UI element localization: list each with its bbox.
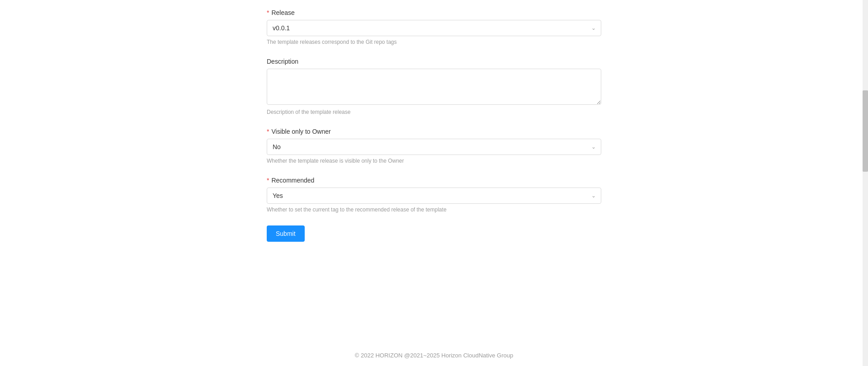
release-label: * Release bbox=[267, 9, 601, 16]
recommended-select[interactable]: Yes No bbox=[267, 188, 601, 204]
release-field: * Release v0.0.1 v0.0.2 v0.1.0 ⌄ The tem… bbox=[267, 9, 601, 45]
page-container: * Release v0.0.1 v0.0.2 v0.1.0 ⌄ The tem… bbox=[0, 0, 868, 366]
recommended-label: * Recommended bbox=[267, 177, 601, 184]
description-label: Description bbox=[267, 58, 601, 65]
release-label-text: Release bbox=[271, 9, 294, 16]
submit-field: Submit bbox=[267, 225, 601, 242]
scrollbar[interactable] bbox=[863, 0, 868, 366]
release-hint: The template releases correspond to the … bbox=[267, 39, 601, 45]
recommended-field: * Recommended Yes No ⌄ Whether to set th… bbox=[267, 177, 601, 213]
visible-owner-required-star: * bbox=[267, 128, 269, 135]
visible-owner-label: * Visible only to Owner bbox=[267, 128, 601, 135]
description-textarea[interactable] bbox=[267, 69, 601, 105]
recommended-hint: Whether to set the current tag to the re… bbox=[267, 206, 601, 213]
description-label-text: Description bbox=[267, 58, 298, 65]
footer: © 2022 HORIZON @2021~2025 Horizon CloudN… bbox=[0, 343, 868, 366]
release-select-wrapper: v0.0.1 v0.0.2 v0.1.0 ⌄ bbox=[267, 20, 601, 36]
visible-owner-field: * Visible only to Owner No Yes ⌄ Whether… bbox=[267, 128, 601, 164]
footer-text: © 2022 HORIZON @2021~2025 Horizon CloudN… bbox=[355, 352, 513, 359]
scrollbar-thumb[interactable] bbox=[863, 90, 868, 172]
release-select[interactable]: v0.0.1 v0.0.2 v0.1.0 bbox=[267, 20, 601, 36]
description-field: Description Description of the template … bbox=[267, 58, 601, 115]
recommended-required-star: * bbox=[267, 177, 269, 184]
visible-owner-select-wrapper: No Yes ⌄ bbox=[267, 139, 601, 155]
visible-owner-label-text: Visible only to Owner bbox=[271, 128, 330, 135]
form-wrapper: * Release v0.0.1 v0.0.2 v0.1.0 ⌄ The tem… bbox=[258, 9, 610, 254]
visible-owner-select[interactable]: No Yes bbox=[267, 139, 601, 155]
description-hint: Description of the template release bbox=[267, 109, 601, 115]
main-content: * Release v0.0.1 v0.0.2 v0.1.0 ⌄ The tem… bbox=[0, 0, 868, 343]
visible-owner-hint: Whether the template release is visible … bbox=[267, 158, 601, 164]
recommended-select-wrapper: Yes No ⌄ bbox=[267, 188, 601, 204]
recommended-label-text: Recommended bbox=[271, 177, 314, 184]
release-required-star: * bbox=[267, 9, 269, 16]
submit-button[interactable]: Submit bbox=[267, 225, 305, 242]
